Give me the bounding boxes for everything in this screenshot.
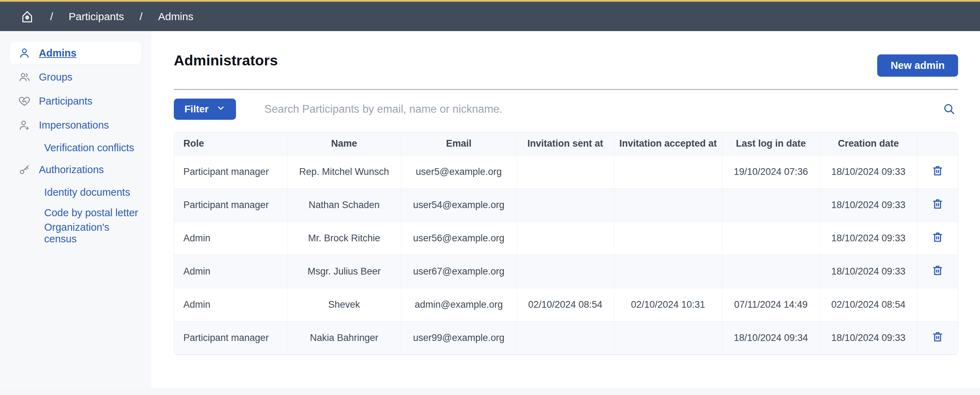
cell-last-log-in-date (722, 221, 819, 255)
cell-invitation-sent-at (517, 188, 614, 221)
admins-table-container: RoleNameEmailInvitation sent atInvitatio… (174, 132, 958, 355)
sidebar-item-label: Verification conflicts (44, 142, 134, 154)
trash-icon[interactable] (931, 330, 944, 343)
trash-icon[interactable] (931, 164, 944, 177)
sidebar-nav: AdminsGroupsParticipantsImpersonationsVe… (0, 42, 151, 243)
cell-last-log-in-date: 19/10/2024 07:36 (722, 155, 819, 188)
table-row: AdminMsgr. Julius Beeruser67@example.org… (174, 255, 958, 288)
cell-role: Participant manager (174, 188, 287, 221)
home-gear-icon[interactable] (20, 9, 35, 24)
cell-actions (917, 188, 958, 221)
filter-search-bar: Filter (174, 90, 958, 129)
sidebar-item-authorizations[interactable]: Authorizations (10, 158, 141, 181)
cell-last-log-in-date: 18/10/2024 09:34 (722, 321, 819, 354)
cell-invitation-accepted-at: 02/10/2024 10:31 (614, 288, 722, 321)
cell-email: user67@example.org (401, 255, 517, 288)
sidebar-item-verification-conflicts[interactable]: Verification conflicts (10, 138, 141, 158)
users-icon (18, 71, 31, 83)
page-header: Administrators New admin (174, 31, 958, 89)
table-body: Participant managerRep. Mitchel Wunschus… (174, 155, 958, 354)
topbar: / Participants / Admins (0, 0, 980, 31)
cell-actions (917, 255, 958, 288)
column-header-invitation-sent-at: Invitation sent at (517, 132, 614, 155)
cell-actions (917, 321, 958, 354)
cell-email: user99@example.org (401, 321, 517, 354)
cell-name: Rep. Mitchel Wunsch (287, 155, 401, 188)
sidebar-item-impersonations[interactable]: Impersonations (10, 114, 141, 136)
cell-email: user54@example.org (401, 188, 517, 221)
key-icon (18, 163, 31, 176)
cell-email: user5@example.org (401, 155, 517, 188)
cell-creation-date: 02/10/2024 08:54 (819, 288, 917, 321)
search-icon[interactable] (940, 102, 958, 117)
trash-icon[interactable] (931, 231, 944, 244)
table-row: Participant managerRep. Mitchel Wunschus… (174, 155, 958, 188)
sidebar-item-code-by-postal-letter[interactable]: Code by postal letter (10, 203, 141, 223)
heart-handshake-icon (18, 95, 31, 107)
cell-last-log-in-date (722, 188, 819, 221)
sidebar-item-participants[interactable]: Participants (10, 90, 141, 112)
sidebar-item-organization-s-census[interactable]: Organization's census (10, 223, 141, 243)
sidebar-item-label: Impersonations (39, 119, 109, 131)
column-header-invitation-accepted-at: Invitation accepted at (614, 132, 722, 155)
column-header-name: Name (287, 132, 401, 155)
cell-role: Admin (174, 221, 287, 255)
sidebar-item-groups[interactable]: Groups (10, 66, 141, 88)
sidebar-item-identity-documents[interactable]: Identity documents (10, 182, 141, 202)
cell-last-log-in-date (722, 255, 819, 288)
cell-creation-date: 18/10/2024 09:33 (819, 221, 917, 255)
cell-actions (917, 155, 958, 188)
cell-name: Nakia Bahringer (287, 321, 401, 354)
cell-role: Admin (174, 288, 287, 321)
cell-creation-date: 18/10/2024 09:33 (819, 188, 917, 221)
filter-button[interactable]: Filter (174, 99, 236, 120)
search-area (236, 102, 958, 117)
cell-invitation-accepted-at (614, 188, 722, 221)
cell-invitation-accepted-at (614, 321, 722, 354)
breadcrumb-participants[interactable]: Participants (68, 11, 124, 22)
table-row: Participant managerNakia Bahringeruser99… (174, 321, 958, 354)
breadcrumb: / Participants / Admins (20, 9, 193, 24)
sidebar-item-admins[interactable]: Admins (10, 42, 141, 64)
sidebar-item-label: Authorizations (39, 164, 104, 175)
cell-invitation-sent-at (517, 155, 614, 188)
sidebar-item-label: Groups (39, 72, 72, 83)
user-icon (18, 47, 31, 59)
column-header-creation-date: Creation date (819, 132, 917, 155)
sidebar-item-label: Admins (39, 47, 76, 59)
table-row: AdminMr. Brock Ritchieuser56@example.org… (174, 221, 958, 255)
column-header-role: Role (174, 132, 287, 155)
table-row: AdminShevekadmin@example.org02/10/2024 0… (174, 288, 958, 321)
column-header-last-log-in-date: Last log in date (722, 132, 819, 155)
breadcrumb-separator: / (50, 11, 53, 22)
sidebar-item-label: Participants (39, 96, 92, 107)
table-header-row: RoleNameEmailInvitation sent atInvitatio… (174, 132, 958, 155)
column-header-actions (917, 132, 958, 155)
chevron-down-icon (216, 104, 225, 115)
cell-role: Participant manager (174, 155, 287, 188)
cell-invitation-sent-at: 02/10/2024 08:54 (517, 288, 614, 321)
cell-last-log-in-date: 07/11/2024 14:49 (722, 288, 819, 321)
new-admin-button[interactable]: New admin (877, 54, 958, 76)
cell-role: Admin (174, 255, 287, 288)
cell-actions (917, 221, 958, 255)
cell-email: user56@example.org (401, 221, 517, 255)
sidebar-item-label: Code by postal letter (44, 207, 138, 219)
cell-creation-date: 18/10/2024 09:33 (819, 255, 917, 288)
admins-table: RoleNameEmailInvitation sent atInvitatio… (174, 132, 958, 355)
sidebar: AdminsGroupsParticipantsImpersonationsVe… (0, 31, 151, 388)
bottom-strip (0, 388, 980, 395)
main-content: Administrators New admin Filter (151, 31, 980, 388)
trash-icon[interactable] (931, 198, 944, 210)
trash-icon[interactable] (931, 264, 944, 277)
breadcrumb-admins[interactable]: Admins (158, 11, 193, 22)
search-input[interactable] (236, 103, 940, 116)
cell-invitation-accepted-at (614, 221, 722, 255)
page-title: Administrators (174, 52, 278, 69)
cell-name: Nathan Schaden (287, 188, 401, 221)
cell-email: admin@example.org (401, 288, 517, 321)
cell-invitation-sent-at (517, 321, 614, 354)
filter-button-label: Filter (185, 104, 208, 115)
cell-invitation-sent-at (517, 221, 614, 255)
cell-name: Mr. Brock Ritchie (287, 221, 401, 255)
